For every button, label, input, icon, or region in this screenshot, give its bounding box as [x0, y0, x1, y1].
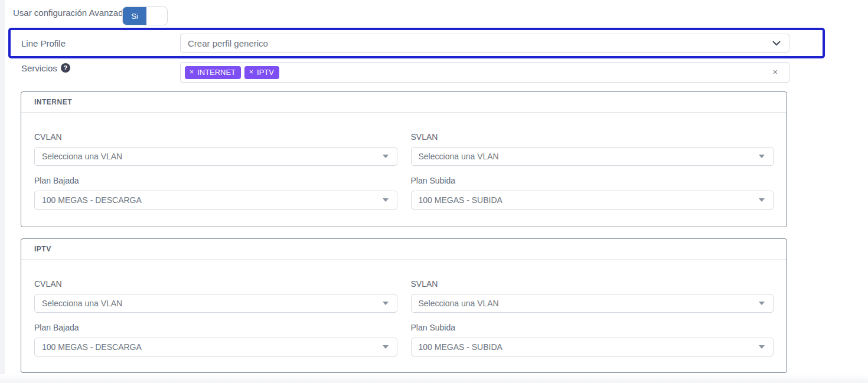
- caret-down-icon: [383, 155, 389, 158]
- advanced-config-toggle[interactable]: Si: [122, 6, 168, 25]
- caret-down-icon: [759, 198, 765, 202]
- caret-down-icon: [759, 302, 765, 305]
- field-plan-subida: Plan Subida 100 MEGAS - SUBIDA: [411, 323, 774, 356]
- cvlan-label: CVLAN: [34, 132, 397, 142]
- plan-bajada-label: Plan Bajada: [34, 176, 397, 185]
- cvlan-value: Selecciona una VLAN: [42, 299, 122, 308]
- plan-subida-label: Plan Subida: [411, 323, 774, 332]
- field-cvlan: CVLAN Selecciona una VLAN: [34, 279, 397, 313]
- caret-down-icon: [383, 302, 389, 305]
- servicios-tag-internet: × INTERNET: [185, 66, 241, 79]
- svlan-value: Selecciona una VLAN: [419, 299, 499, 308]
- panel-iptv-title: IPTV: [21, 239, 787, 260]
- caret-down-icon: [759, 345, 765, 349]
- page-bottom-background: [0, 374, 868, 383]
- chevron-down-icon: [772, 41, 781, 46]
- cvlan-value: Selecciona una VLAN: [42, 152, 122, 161]
- page-left-margin: [0, 0, 5, 383]
- plan-subida-value: 100 MEGAS - SUBIDA: [419, 342, 502, 352]
- line-profile-row-highlight: Line Profile Crear perfil generico: [8, 28, 825, 58]
- cvlan-select[interactable]: Selecciona una VLAN: [34, 294, 397, 313]
- remove-tag-icon[interactable]: ×: [249, 68, 253, 76]
- field-cvlan: CVLAN Selecciona una VLAN: [34, 132, 397, 166]
- cvlan-label: CVLAN: [34, 279, 397, 289]
- plan-bajada-value: 100 MEGAS - DESCARGA: [42, 195, 142, 205]
- plan-bajada-select[interactable]: 100 MEGAS - DESCARGA: [34, 191, 397, 209]
- remove-tag-icon[interactable]: ×: [190, 68, 194, 76]
- advanced-config-label: Usar configuración Avanzada: [13, 8, 128, 18]
- line-profile-selected-value: Crear perfil generico: [188, 38, 268, 48]
- panel-iptv: IPTV CVLAN Selecciona una VLAN SVLAN Sel…: [21, 238, 787, 373]
- servicios-multiselect[interactable]: × INTERNET × IPTV ×: [180, 62, 789, 83]
- servicios-label: Servicios: [21, 63, 57, 73]
- servicios-label-group: Servicios ?: [21, 62, 70, 74]
- plan-subida-select[interactable]: 100 MEGAS - SUBIDA: [411, 191, 774, 209]
- svlan-value: Selecciona una VLAN: [419, 152, 499, 161]
- field-plan-subida: Plan Subida 100 MEGAS - SUBIDA: [411, 176, 774, 209]
- tag-label: IPTV: [257, 68, 274, 77]
- toggle-off-segment: [146, 7, 167, 25]
- servicios-tag-iptv: × IPTV: [244, 66, 279, 79]
- field-plan-bajada: Plan Bajada 100 MEGAS - DESCARGA: [34, 176, 397, 209]
- caret-down-icon: [383, 198, 389, 202]
- plan-bajada-value: 100 MEGAS - DESCARGA: [42, 342, 142, 352]
- svlan-select[interactable]: Selecciona una VLAN: [411, 147, 774, 166]
- panel-internet-title: INTERNET: [21, 92, 787, 113]
- line-profile-select[interactable]: Crear perfil generico: [180, 34, 789, 53]
- svlan-label: SVLAN: [411, 279, 774, 289]
- caret-down-icon: [383, 345, 389, 349]
- plan-bajada-label: Plan Bajada: [34, 323, 397, 332]
- tag-label: INTERNET: [197, 68, 236, 77]
- toggle-on-segment: Si: [123, 7, 146, 25]
- plan-subida-value: 100 MEGAS - SUBIDA: [419, 195, 502, 205]
- field-svlan: SVLAN Selecciona una VLAN: [411, 279, 774, 313]
- help-icon[interactable]: ?: [61, 63, 70, 73]
- cvlan-select[interactable]: Selecciona una VLAN: [34, 147, 397, 166]
- svlan-select[interactable]: Selecciona una VLAN: [411, 294, 774, 313]
- line-profile-label: Line Profile: [21, 38, 180, 48]
- field-plan-bajada: Plan Bajada 100 MEGAS - DESCARGA: [34, 323, 397, 356]
- svlan-label: SVLAN: [411, 132, 774, 142]
- caret-down-icon: [759, 155, 765, 158]
- plan-bajada-select[interactable]: 100 MEGAS - DESCARGA: [34, 338, 397, 356]
- field-svlan: SVLAN Selecciona una VLAN: [411, 132, 774, 166]
- plan-subida-label: Plan Subida: [411, 176, 774, 185]
- panel-internet: INTERNET CVLAN Selecciona una VLAN SVLAN…: [21, 91, 787, 227]
- plan-subida-select[interactable]: 100 MEGAS - SUBIDA: [411, 338, 774, 356]
- clear-all-icon[interactable]: ×: [773, 68, 778, 76]
